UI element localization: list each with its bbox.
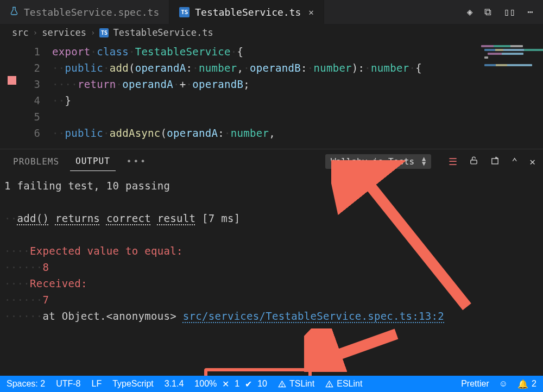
tok: {	[415, 62, 422, 74]
ts-icon: TS	[99, 28, 109, 37]
tok: number	[313, 62, 351, 74]
error-received: 7	[42, 294, 49, 306]
close-icon[interactable]: ✕	[308, 7, 314, 17]
line-number: 5	[0, 109, 40, 125]
wallaby-pct: 100%	[194, 379, 217, 389]
panel-tab-problems[interactable]: PROBLEMS	[8, 152, 65, 171]
panel-tabs: PROBLEMS OUTPUT ••• Wallaby.js Tests ▲▼ …	[0, 149, 543, 173]
split-icon[interactable]: ⧉	[484, 6, 491, 18]
bottom-panel: PROBLEMS OUTPUT ••• Wallaby.js Tests ▲▼ …	[0, 149, 543, 366]
tok: add	[110, 62, 129, 74]
chevron-up-icon[interactable]: ⌃	[512, 156, 517, 167]
error-line: Received:	[30, 277, 87, 289]
flask-icon	[10, 7, 18, 17]
crumb[interactable]: services	[42, 27, 86, 38]
crumb[interactable]: src	[12, 27, 29, 38]
wallaby-pass: 10	[257, 379, 267, 389]
svg-point-7	[329, 385, 330, 386]
line-number: 2	[0, 60, 40, 76]
stack-link[interactable]: src/services/TestableService.spec.ts:13:…	[183, 310, 444, 322]
notification-count: 2	[532, 379, 536, 389]
compare-icon[interactable]: ◈	[467, 6, 473, 18]
tab-file-ts[interactable]: TS TestableService.ts ✕	[169, 0, 324, 24]
status-eol[interactable]: LF	[91, 379, 102, 389]
tok: class	[97, 46, 129, 58]
line-number: 1	[0, 43, 40, 60]
chevron-updown-icon: ▲▼	[422, 156, 426, 166]
tok: return	[78, 78, 116, 90]
status-bar: Spaces: 2 UTF-8 LF TypeScript 3.1.4 100%…	[0, 376, 543, 392]
filter-icon[interactable]: ☰	[449, 156, 457, 167]
tok: TestableService	[135, 46, 231, 58]
tok: operandB	[192, 78, 243, 90]
status-eslint[interactable]: ESLint	[325, 379, 362, 389]
wallaby-fail: 1	[235, 379, 239, 389]
tab-label: TestableService.spec.ts	[24, 7, 159, 18]
more-icon[interactable]: ⋯	[527, 6, 533, 18]
svg-rect-0	[471, 160, 477, 163]
status-wallaby[interactable]: 100% ✕1 ✔10	[194, 379, 267, 389]
status-label: ESLint	[337, 379, 362, 389]
tok: operandA	[122, 78, 173, 90]
ts-icon: TS	[179, 7, 190, 17]
editor-tabs: TestableService.spec.ts TS TestableServi…	[0, 0, 543, 24]
tok: ;	[243, 78, 250, 90]
failing-test-name[interactable]: add() returns correct result	[17, 212, 195, 224]
error-line: Expected value to equal:	[30, 245, 183, 257]
tok: export	[52, 46, 90, 58]
svg-line-5	[320, 334, 396, 361]
tok: +	[180, 78, 186, 90]
svg-point-6	[282, 385, 282, 386]
status-prettier[interactable]: Prettier	[461, 379, 489, 389]
minimap[interactable]	[481, 43, 541, 86]
tok: number	[371, 62, 409, 74]
status-label: TSLint	[289, 379, 314, 389]
pass-icon: ✔	[245, 379, 252, 389]
chevron-right-icon: ›	[91, 28, 95, 37]
status-notifications[interactable]: 🔔 2	[517, 379, 536, 389]
code-editor[interactable]: 1 2 3 4 5 6 export·class·TestableService…	[0, 41, 543, 149]
code-area[interactable]: export·class·TestableService·{ ··public·…	[52, 41, 422, 149]
output-body[interactable]: 1 failing test, 10 passing ··add() retur…	[0, 173, 543, 324]
stack-prefix: at Object.<anonymous>	[42, 310, 176, 322]
close-panel-icon[interactable]: ✕	[529, 156, 535, 167]
layout-icon[interactable]: ▯▯	[503, 6, 515, 18]
tok: public	[65, 127, 103, 139]
clear-icon[interactable]	[490, 156, 500, 167]
lock-icon[interactable]	[469, 156, 478, 167]
tok: operandB	[250, 62, 301, 74]
panel-tab-more[interactable]: •••	[121, 152, 153, 171]
tab-file-spec[interactable]: TestableService.spec.ts	[0, 0, 169, 24]
tok: public	[65, 62, 103, 74]
tok: {	[237, 46, 243, 58]
status-tslint[interactable]: TSLint	[278, 379, 314, 389]
title-actions: ◈ ⧉ ▯▯ ⋯	[467, 6, 543, 18]
status-encoding[interactable]: UTF-8	[56, 379, 80, 389]
status-spaces[interactable]: Spaces: 2	[7, 379, 45, 389]
output-channel-select[interactable]: Wallaby.js Tests ▲▼	[325, 154, 431, 169]
status-ts-version[interactable]: 3.1.4	[165, 379, 184, 389]
tok: operandA	[135, 62, 186, 74]
chevron-right-icon: ›	[33, 28, 37, 37]
test-duration: [7 ms]	[202, 212, 240, 224]
tok: number	[231, 127, 269, 139]
crumb[interactable]: TestableService.ts	[113, 27, 213, 38]
status-language[interactable]: TypeScript	[112, 379, 154, 389]
error-expected: 8	[42, 261, 49, 273]
line-number: 6	[0, 125, 40, 141]
breadcrumb[interactable]: src › services › TS TestableService.ts	[0, 24, 543, 41]
test-summary: 1 failing test, 10 passing	[4, 180, 170, 192]
tok: ,	[269, 127, 275, 139]
status-feedback[interactable]: ☺	[499, 379, 508, 389]
tok: operandA	[167, 127, 218, 139]
panel-actions: ☰ ⌃ ✕	[437, 156, 535, 167]
tok: }	[65, 94, 71, 106]
panel-tab-output[interactable]: OUTPUT	[70, 151, 116, 171]
output-channel-label: Wallaby.js Tests	[331, 156, 414, 167]
coverage-marker	[8, 76, 16, 85]
annotation-arrow	[304, 328, 413, 372]
tok: addAsync	[110, 127, 161, 139]
svg-rect-1	[492, 158, 498, 163]
bell-icon: 🔔	[517, 379, 528, 389]
line-number: 4	[0, 92, 40, 109]
